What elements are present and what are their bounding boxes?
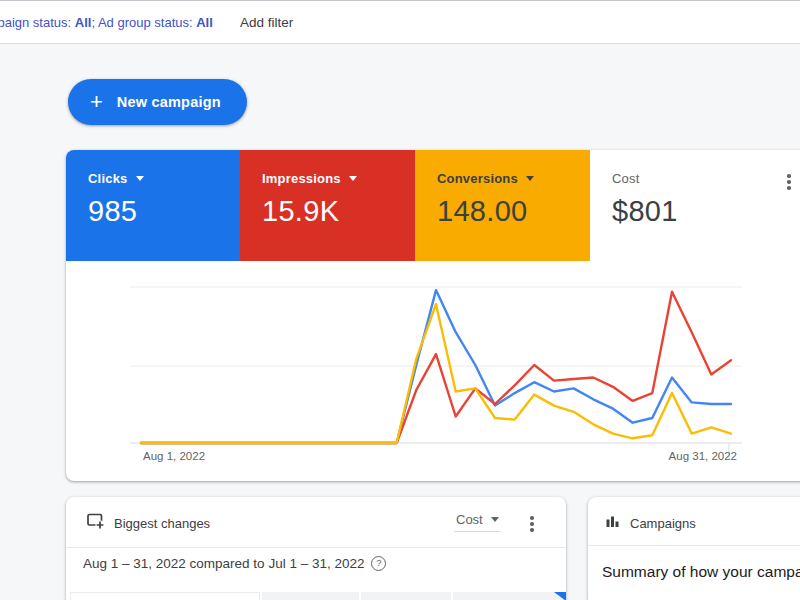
- caret-down-icon: [349, 176, 357, 181]
- window-add-icon: [87, 513, 106, 530]
- table-cell[interactable]: [361, 592, 451, 600]
- date-compare-text: Aug 1 – 31, 2022 compared to Jul 1 – 31,…: [83, 556, 386, 571]
- campaigns-summary-text: Summary of how your campa: [602, 563, 800, 581]
- table-cell[interactable]: [453, 592, 566, 600]
- caret-down-icon: [491, 517, 499, 522]
- filter-status[interactable]: Campaign status: All; Ad group status: A…: [0, 1, 213, 44]
- conversions-label: Conversions: [437, 171, 518, 186]
- conversions-value: 148.00: [437, 195, 590, 228]
- new-campaign-label: New campaign: [117, 94, 221, 110]
- overview-card: Clicks 985 Impressions 15.9K Conversions…: [66, 150, 800, 481]
- ad-group-status-label: ; Ad group status:: [91, 15, 196, 30]
- impressions-label: Impressions: [262, 171, 341, 186]
- campaigns-card: Campaigns Summary of how your campa: [588, 497, 800, 600]
- cost-label: Cost: [612, 171, 640, 186]
- filter-bar: Campaign status: All; Ad group status: A…: [0, 0, 800, 44]
- scorecard-impressions[interactable]: Impressions 15.9K: [240, 150, 415, 261]
- campaign-status-value: All: [75, 15, 92, 30]
- table-header-row: [70, 592, 566, 600]
- overview-kebab-menu-icon[interactable]: [783, 170, 795, 194]
- table-cell[interactable]: [262, 592, 359, 600]
- add-filter-button[interactable]: Add filter: [240, 1, 293, 44]
- metric-selector-value: Cost: [456, 512, 483, 527]
- ad-group-status-value: All: [196, 15, 213, 30]
- series-line-clicks: [141, 290, 731, 443]
- x-axis-end-label: Aug 31, 2022: [669, 450, 737, 462]
- metric-selector-dropdown[interactable]: Cost: [454, 512, 501, 532]
- caret-down-icon: [526, 176, 534, 181]
- campaign-status-label: Campaign status:: [0, 15, 75, 30]
- scorecard-cost[interactable]: Cost $801: [590, 150, 775, 261]
- table-cell[interactable]: [70, 592, 260, 600]
- sort-corner-marker: [554, 592, 566, 600]
- biggest-changes-card: Biggest changes Cost Aug 1 – 31, 2022 co…: [66, 497, 566, 600]
- new-campaign-button[interactable]: + New campaign: [68, 79, 247, 125]
- scorecard-conversions[interactable]: Conversions 148.00: [415, 150, 590, 261]
- help-circle-icon[interactable]: ?: [371, 556, 386, 571]
- cost-value: $801: [612, 195, 775, 228]
- clicks-value: 985: [88, 195, 240, 228]
- impressions-value: 15.9K: [262, 195, 415, 228]
- biggest-changes-title: Biggest changes: [114, 516, 210, 531]
- series-line-conversions: [141, 304, 731, 443]
- plus-icon: +: [90, 91, 103, 113]
- performance-line-chart[interactable]: [130, 270, 742, 466]
- scorecard-clicks[interactable]: Clicks 985: [66, 150, 240, 261]
- clicks-label: Clicks: [88, 171, 128, 186]
- biggest-changes-kebab-menu-icon[interactable]: [526, 512, 538, 536]
- bar-chart-icon: [606, 514, 620, 528]
- caret-down-icon: [136, 176, 144, 181]
- date-compare-label: Aug 1 – 31, 2022 compared to Jul 1 – 31,…: [83, 556, 364, 571]
- scorecard-strip: Clicks 985 Impressions 15.9K Conversions…: [66, 150, 800, 261]
- campaigns-title: Campaigns: [630, 516, 696, 531]
- x-axis-start-label: Aug 1, 2022: [143, 450, 205, 462]
